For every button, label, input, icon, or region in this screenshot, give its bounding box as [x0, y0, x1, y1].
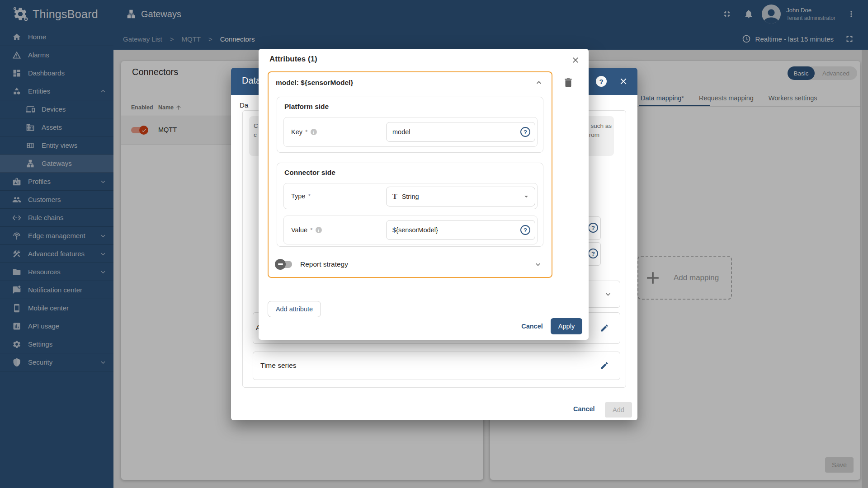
connector-side-section: Connector side Type * T String Value — [277, 163, 543, 247]
hint-text-fragment: rom — [589, 131, 599, 138]
edit-icon[interactable] — [600, 324, 609, 333]
close-icon[interactable] — [571, 56, 580, 65]
report-strategy-label: Report strategy — [300, 260, 348, 268]
type-value: String — [402, 193, 419, 200]
hint-text-fragment: c — [254, 131, 257, 138]
type-label: Type * — [291, 192, 311, 200]
attributes-dialog-title: Attributes (1) — [269, 55, 317, 64]
chevron-down-icon — [604, 290, 613, 299]
platform-side-title: Platform side — [284, 103, 329, 111]
mapping-dialog-title: Data — [242, 75, 261, 86]
key-field-row: Key * i model ? — [283, 117, 538, 147]
toggle-knob — [275, 259, 286, 270]
report-strategy-toggle[interactable] — [276, 261, 292, 268]
thingsboard-app: ThingsBoard Gateways John Doe Tenant adm… — [0, 0, 868, 488]
key-value: model — [392, 128, 410, 136]
time-series-row: Time series — [253, 352, 620, 380]
value-label: Value * i — [291, 226, 322, 234]
help-icon[interactable]: ? — [588, 249, 598, 258]
key-label: Key * i — [291, 128, 317, 136]
close-icon[interactable] — [618, 76, 628, 86]
type-select[interactable]: T String — [386, 187, 535, 206]
help-icon[interactable]: ? — [520, 225, 530, 235]
section-label-fragment: Da — [240, 101, 248, 109]
report-strategy-row: Report strategy — [269, 251, 552, 277]
help-icon[interactable]: ? — [596, 76, 607, 87]
hint-text-fragment: C — [254, 122, 258, 129]
type-field-row: Type * T String — [283, 183, 538, 209]
value-value: ${sensorModel} — [392, 226, 438, 234]
info-icon: i — [316, 227, 322, 233]
value-field-row: Value * i ${sensorModel} ? — [283, 216, 538, 244]
help-icon[interactable]: ? — [520, 127, 530, 137]
value-input[interactable]: ${sensorModel} ? — [386, 220, 535, 240]
attribute-panel-header: model: ${sensorModel} — [276, 79, 353, 87]
platform-side-section: Platform side Key * i model ? — [277, 97, 543, 153]
add-button[interactable]: Add — [605, 402, 632, 418]
key-input[interactable]: model ? — [386, 122, 535, 142]
required-marker: * — [310, 226, 313, 234]
chevron-up-icon[interactable] — [534, 78, 543, 87]
delete-attribute-icon[interactable] — [562, 77, 574, 89]
info-icon: i — [311, 129, 317, 135]
connector-side-title: Connector side — [284, 169, 335, 177]
minus-icon — [278, 263, 283, 265]
cancel-button[interactable]: Cancel — [573, 405, 595, 413]
required-marker: * — [305, 128, 308, 136]
string-type-icon: T — [392, 192, 397, 201]
add-attribute-button[interactable]: Add attribute — [268, 301, 321, 317]
apply-button[interactable]: Apply — [551, 318, 582, 334]
time-series-row-label: Time series — [260, 361, 297, 370]
attribute-panel: model: ${sensorModel} Platform side Key … — [268, 71, 552, 278]
dropdown-arrow-icon — [522, 192, 530, 201]
edit-icon[interactable] — [600, 361, 609, 370]
required-marker: * — [308, 192, 311, 200]
cancel-button[interactable]: Cancel — [518, 323, 546, 330]
attributes-dialog: Attributes (1) model: ${sensorModel} Pla… — [259, 49, 589, 340]
help-icon[interactable]: ? — [588, 223, 598, 233]
chevron-down-icon[interactable] — [533, 260, 542, 269]
hint-text-fragment: such as — [590, 122, 612, 129]
